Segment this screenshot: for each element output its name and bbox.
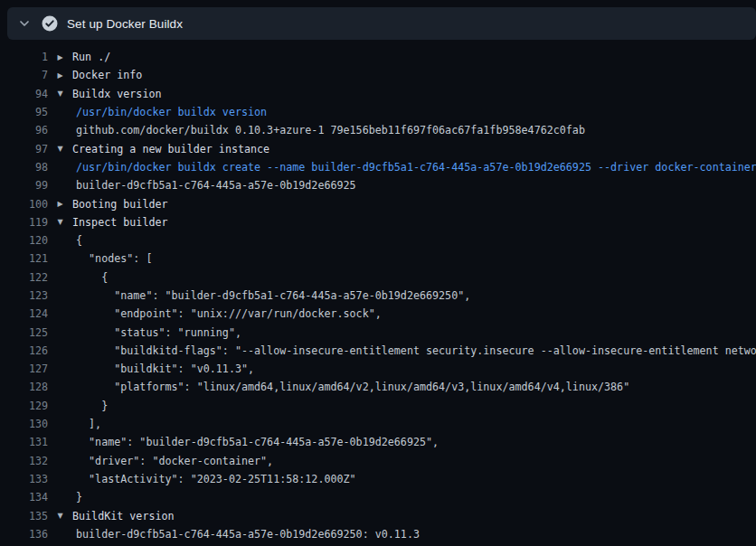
log-line-row: 131 "name": "builder-d9cfb5a1-c764-445a-… <box>0 433 756 451</box>
output-text: } <box>72 491 756 504</box>
line-number-link[interactable]: 1 <box>0 51 48 63</box>
line-number-link[interactable]: 131 <box>0 436 48 448</box>
output-text: "endpoint": "unix:///var/run/docker.sock… <box>72 307 756 320</box>
line-number-link[interactable]: 97 <box>0 143 48 155</box>
line-number-link[interactable]: 130 <box>0 418 48 430</box>
log-line-row: 123 "name": "builder-d9cfb5a1-c764-445a-… <box>0 287 756 305</box>
triangle-right-icon[interactable]: ▶ <box>48 200 72 208</box>
line-number-link[interactable]: 133 <box>0 473 48 485</box>
command-text: /usr/bin/docker buildx create --name bui… <box>72 161 756 174</box>
triangle-down-icon[interactable]: ▼ <box>48 218 72 226</box>
line-number-link[interactable]: 125 <box>0 326 48 339</box>
log-line-row: 125 "status": "running", <box>0 323 756 341</box>
line-number-link[interactable]: 135 <box>0 510 48 522</box>
line-number-link[interactable]: 123 <box>0 289 48 302</box>
group-title-text: Booting builder <box>72 198 756 211</box>
line-number-link[interactable]: 129 <box>0 400 48 412</box>
log-line-row: 126 "buildkitd-flags": "--allow-insecure… <box>0 342 756 360</box>
log-group-row[interactable]: 119▼Inspect builder <box>0 213 756 231</box>
output-text: builder-d9cfb5a1-c764-445a-a57e-0b19d2e6… <box>72 528 756 541</box>
line-number-link[interactable]: 94 <box>0 88 48 100</box>
output-text: "lastActivity": "2023-02-25T11:58:12.000… <box>72 473 756 485</box>
group-title-text: Buildx version <box>72 88 756 100</box>
log-group-row[interactable]: 100▶Booting builder <box>0 194 756 212</box>
step-header[interactable]: Set up Docker Buildx <box>7 7 756 40</box>
line-number-link[interactable]: 121 <box>0 252 48 265</box>
group-title-text: Creating a new builder instance <box>72 143 756 155</box>
line-number-link[interactable]: 122 <box>0 271 48 284</box>
line-number-link[interactable]: 128 <box>0 381 48 393</box>
output-text: "driver": "docker-container", <box>72 455 756 467</box>
line-number-link[interactable]: 98 <box>0 161 48 174</box>
line-number-link[interactable]: 7 <box>0 69 48 81</box>
log-line-row: 96github.com/docker/buildx 0.10.3+azure-… <box>0 121 756 139</box>
command-text: /usr/bin/docker buildx version <box>72 106 756 118</box>
group-title-text: Run ./ <box>72 51 756 63</box>
output-text: ], <box>72 418 756 430</box>
check-circle-icon <box>42 15 58 32</box>
triangle-right-icon[interactable]: ▶ <box>48 53 72 61</box>
log-viewer: 1▶Run ./7▶Docker info94▼Buildx version95… <box>0 40 756 543</box>
log-line-row: 129 } <box>0 397 756 415</box>
log-line-row: 136builder-d9cfb5a1-c764-445a-a57e-0b19d… <box>0 525 756 543</box>
triangle-right-icon[interactable]: ▶ <box>48 71 72 80</box>
output-text: "buildkitd-flags": "--allow-insecure-ent… <box>72 344 756 357</box>
log-line-row: 128 "platforms": "linux/amd64,linux/amd6… <box>0 378 756 396</box>
step-title: Set up Docker Buildx <box>67 17 183 31</box>
line-number-link[interactable]: 95 <box>0 106 48 118</box>
log-line-row: 121 "nodes": [ <box>0 249 756 268</box>
output-text: github.com/docker/buildx 0.10.3+azure-1 … <box>72 124 756 136</box>
line-number-link[interactable]: 136 <box>0 528 48 541</box>
log-line-row: 124 "endpoint": "unix:///var/run/docker.… <box>0 305 756 323</box>
line-number-link[interactable]: 124 <box>0 307 48 320</box>
log-line-row: 132 "driver": "docker-container", <box>0 452 756 470</box>
line-number-link[interactable]: 100 <box>0 198 48 211</box>
log-group-row[interactable]: 1▶Run ./ <box>0 48 756 66</box>
output-text: "name": "builder-d9cfb5a1-c764-445a-a57e… <box>72 436 756 448</box>
output-text: "status": "running", <box>72 326 756 339</box>
output-text: { <box>72 234 756 247</box>
triangle-down-icon[interactable]: ▼ <box>48 512 72 520</box>
log-line-row: 99builder-d9cfb5a1-c764-445a-a57e-0b19d2… <box>0 176 756 194</box>
line-number-link[interactable]: 120 <box>0 234 48 247</box>
log-group-row[interactable]: 94▼Buildx version <box>0 85 756 103</box>
group-title-text: Docker info <box>72 69 756 81</box>
line-number-link[interactable]: 96 <box>0 124 48 136</box>
log-line-row: 120{ <box>0 231 756 249</box>
line-number-link[interactable]: 127 <box>0 362 48 375</box>
log-line-row: 134} <box>0 488 756 506</box>
triangle-down-icon[interactable]: ▼ <box>48 89 72 98</box>
output-text: "platforms": "linux/amd64,linux/amd64/v2… <box>72 381 756 393</box>
output-text: builder-d9cfb5a1-c764-445a-a57e-0b19d2e6… <box>72 179 756 192</box>
log-line-row: 130 ], <box>0 415 756 433</box>
log-line-row: 133 "lastActivity": "2023-02-25T11:58:12… <box>0 470 756 488</box>
line-number-link[interactable]: 126 <box>0 344 48 357</box>
line-number-link[interactable]: 119 <box>0 216 48 229</box>
triangle-down-icon[interactable]: ▼ <box>48 145 72 153</box>
line-number-link[interactable]: 134 <box>0 491 48 504</box>
chevron-down-icon[interactable] <box>14 13 35 34</box>
group-title-text: BuildKit version <box>72 510 756 522</box>
log-line-row: 127 "buildkit": "v0.11.3", <box>0 360 756 378</box>
log-group-row[interactable]: 7▶Docker info <box>0 66 756 84</box>
output-text: } <box>72 400 756 412</box>
output-text: { <box>72 271 756 284</box>
output-text: "name": "builder-d9cfb5a1-c764-445a-a57e… <box>72 289 756 302</box>
log-line-row: 122 { <box>0 268 756 287</box>
group-title-text: Inspect builder <box>72 216 756 229</box>
log-group-row[interactable]: 135▼BuildKit version <box>0 506 756 524</box>
output-text: "nodes": [ <box>72 252 756 265</box>
output-text: "buildkit": "v0.11.3", <box>72 362 756 375</box>
log-line-row: 95/usr/bin/docker buildx version <box>0 103 756 121</box>
line-number-link[interactable]: 99 <box>0 179 48 192</box>
log-line-row: 98/usr/bin/docker buildx create --name b… <box>0 158 756 176</box>
line-number-link[interactable]: 132 <box>0 455 48 467</box>
log-group-row[interactable]: 97▼Creating a new builder instance <box>0 139 756 157</box>
